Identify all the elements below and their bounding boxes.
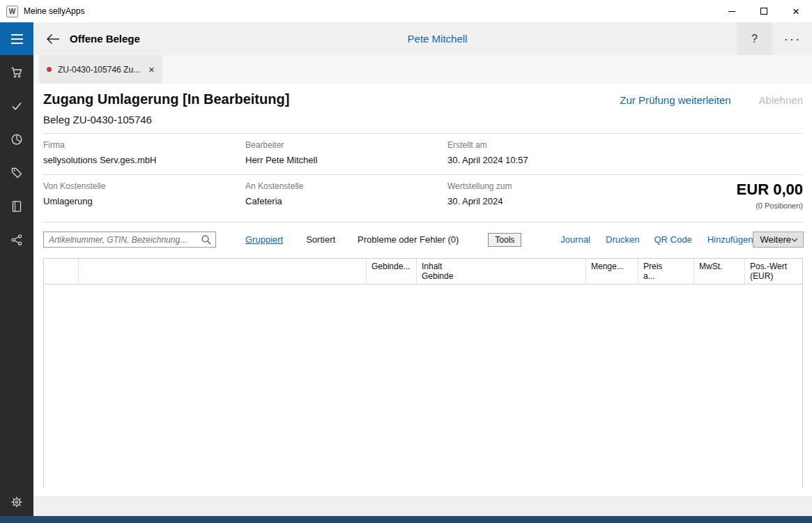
field-an-kostenstelle: An Kostenstelle Cafeteria [245, 181, 447, 206]
reject-link[interactable]: Ablehnen [759, 94, 803, 106]
field-value: 30. April 2024 [447, 196, 650, 206]
column-header-mwst[interactable]: MwSt. [694, 259, 745, 284]
field-value: Herr Pete Mitchell [245, 155, 447, 165]
search-input[interactable] [44, 232, 215, 247]
sidebar-item-reports[interactable] [10, 133, 23, 146]
share-icon [10, 234, 23, 246]
forward-for-review-link[interactable]: Zur Prüfung weiterleiten [620, 94, 730, 106]
chevron-down-icon [791, 238, 798, 242]
field-label: Firma [43, 140, 245, 150]
maximize-button[interactable] [748, 0, 780, 22]
app-header: Offene Belege Pete Mitchell ? ··· [0, 22, 812, 55]
cart-icon [10, 66, 23, 79]
journal-link[interactable]: Journal [560, 234, 590, 245]
field-wertstellung: Wertstellung zum 30. April 2024 [447, 181, 650, 206]
qr-code-link[interactable]: QR Code [654, 234, 691, 245]
document-number: Beleg ZU-0430-105746 [43, 114, 803, 126]
pie-chart-icon [10, 133, 23, 146]
field-bearbeiter: Bearbeiter Herr Pete Mitchell [245, 140, 447, 165]
close-button[interactable]: × [780, 0, 812, 22]
field-firma: Firma sellysolutions Serv.ges.mbH [43, 140, 245, 165]
unsaved-dot-icon [47, 67, 52, 72]
positions-count: (0 Positionen) [737, 202, 803, 210]
minimize-icon [728, 11, 735, 12]
field-label: An Kostenstelle [245, 181, 447, 191]
tag-icon [10, 167, 23, 179]
more-actions-label: Weitere [760, 234, 791, 245]
field-value: 30. April 2024 10:57 [447, 155, 650, 165]
total-amount: EUR 0,00 [737, 181, 803, 198]
table-body-empty [44, 285, 802, 488]
sidebar-item-cart[interactable] [10, 66, 23, 79]
sidebar-item-settings[interactable] [10, 496, 23, 508]
document-tab[interactable]: ZU-0430-105746 Zu... × [39, 55, 162, 84]
field-label: Bearbeiter [245, 140, 447, 150]
fields-row-1: Firma sellysolutions Serv.ges.mbH Bearbe… [43, 134, 803, 175]
grouped-toggle[interactable]: Gruppiert [245, 234, 283, 245]
column-header-gebinde[interactable]: Gebinde... [367, 259, 417, 284]
maximize-icon [760, 8, 767, 15]
window-title: Meine sellyApps [24, 6, 84, 16]
add-item-link[interactable]: Hinzufügen [707, 234, 753, 245]
column-header[interactable] [44, 259, 79, 284]
field-label: Wertstellung zum [447, 181, 650, 191]
column-header-inhalt-gebinde[interactable]: Inhalt Gebinde [417, 259, 586, 284]
problems-filter[interactable]: Probleme oder Fehler (0) [358, 234, 459, 245]
field-value: Umlagerung [43, 196, 245, 206]
field-erstellt-am: Erstellt am 30. April 2024 10:57 [447, 140, 650, 165]
search-box [43, 232, 216, 248]
app-logo-icon: W [6, 6, 18, 17]
back-button[interactable] [43, 29, 63, 50]
more-options-button[interactable]: ··· [777, 22, 808, 55]
bottom-accent-strip [0, 516, 812, 523]
hamburger-icon [11, 34, 23, 36]
sorted-toggle[interactable]: Sortiert [306, 234, 335, 245]
field-value: sellysolutions Serv.ges.mbH [43, 155, 245, 165]
items-table: Gebinde... Inhalt Gebinde Menge... Preis… [43, 258, 803, 488]
table-header: Gebinde... Inhalt Gebinde Menge... Preis… [44, 259, 802, 285]
check-icon [10, 100, 23, 112]
items-toolbar: Gruppiert Sortiert Probleme oder Fehler … [43, 232, 803, 248]
book-icon [10, 200, 23, 213]
field-von-kostenstelle: Von Kostenstelle Umlagerung [43, 181, 245, 206]
column-header[interactable] [79, 259, 367, 284]
sidebar-item-share[interactable] [10, 234, 23, 246]
print-link[interactable]: Drucken [606, 234, 639, 245]
document-title: Zugang Umlagerung [In Bearbeitung] [43, 91, 289, 107]
tab-bar: ZU-0430-105746 Zu... × [33, 55, 812, 84]
field-value: Cafeteria [245, 196, 447, 206]
sidebar-item-prices[interactable] [10, 167, 23, 179]
sidebar-item-approvals[interactable] [10, 100, 23, 112]
help-button[interactable]: ? [737, 22, 772, 55]
column-header-pos-wert[interactable]: Pos.-Wert (EUR) [745, 259, 802, 284]
column-header-menge[interactable]: Menge... [586, 259, 638, 284]
fields-row-2: Von Kostenstelle Umlagerung An Kostenste… [43, 175, 803, 222]
sidebar-item-documents[interactable] [10, 200, 23, 213]
document-total: EUR 0,00 (0 Positionen) [737, 181, 803, 210]
column-header-preis[interactable]: Preis a... [638, 259, 694, 284]
menu-button[interactable] [0, 22, 33, 55]
main-content: Zugang Umlagerung [In Bearbeitung] Zur P… [33, 84, 812, 497]
user-name[interactable]: Pete Mitchell [63, 33, 812, 45]
minimize-button[interactable] [716, 0, 748, 22]
tab-close-button[interactable]: × [148, 64, 155, 75]
sidebar [0, 55, 33, 516]
tab-label: ZU-0430-105746 Zu... [58, 65, 140, 75]
search-icon[interactable] [201, 234, 212, 245]
field-label: Erstellt am [447, 140, 650, 150]
page-title: Offene Belege [70, 33, 140, 45]
tools-button[interactable]: Tools [488, 233, 521, 247]
close-icon: × [792, 6, 799, 17]
settings-icon [10, 496, 23, 508]
window-controls: × [716, 0, 812, 22]
window-titlebar: W Meine sellyApps × [0, 0, 812, 22]
back-arrow-icon [45, 33, 61, 45]
footer-bar [33, 497, 812, 516]
field-label: Von Kostenstelle [43, 181, 245, 191]
more-actions-button[interactable]: Weitere [753, 232, 804, 248]
